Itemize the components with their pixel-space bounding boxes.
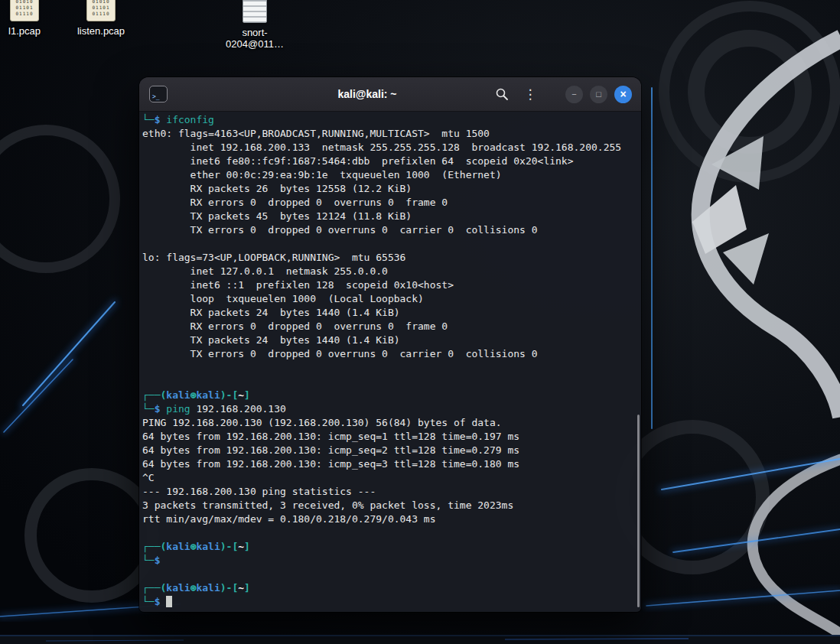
terminal-line [142, 361, 638, 375]
terminal-line: inet 127.0.0.1 netmask 255.0.0.0 [142, 265, 638, 278]
terminal-line: rtt min/avg/max/mdev = 0.180/0.218/0.279… [142, 512, 638, 526]
terminal-line: TX packets 24 bytes 1440 (1.4 KiB) [142, 333, 638, 347]
titlebar-actions: ⋮ − □ × [491, 83, 641, 105]
search-button[interactable] [491, 83, 513, 105]
desktop-icon-snort-log[interactable]: snort-0204@011… [220, 0, 289, 50]
terminal-line: RX packets 24 bytes 1440 (1.4 KiB) [142, 306, 638, 320]
terminal-line: lo: flags=73<UP,LOOPBACK,RUNNING> mtu 65… [142, 251, 638, 265]
terminal-line: ^C [142, 471, 638, 485]
terminal-line: 64 bytes from 192.168.200.130: icmp_seq=… [142, 444, 638, 457]
terminal-line [142, 526, 638, 540]
maximize-icon: □ [596, 90, 601, 99]
terminal-line: └─$ ifconfig [142, 113, 638, 127]
terminal-line: --- 192.168.200.130 ping statistics --- [142, 485, 638, 499]
terminal-line: ┌──(kali⊛kali)-[~] [142, 389, 638, 402]
desktop-icon-l1-pcap[interactable]: 01010 01101 01110 l1.pcap [0, 0, 49, 37]
terminal-line: loop txqueuelen 1000 (Local Loopback) [142, 292, 638, 306]
terminal-line [142, 568, 638, 581]
terminal-prompt-glyph: >_ [152, 94, 160, 100]
pcap-file-icon: 01010 01101 01110 [10, 0, 39, 21]
terminal-line [142, 375, 638, 389]
pcap-file-icon: 01010 01101 01110 [86, 0, 116, 21]
maximize-button[interactable]: □ [590, 86, 607, 103]
terminal-line: RX errors 0 dropped 0 overruns 0 frame 0 [142, 196, 638, 210]
terminal-line: 64 bytes from 192.168.200.130: icmp_seq=… [142, 457, 638, 471]
terminal-output[interactable]: └─$ ifconfigeth0: flags=4163<UP,BROADCAS… [139, 112, 641, 609]
terminal-line: TX errors 0 dropped 0 overruns 0 carrier… [142, 347, 638, 361]
terminal-line: ether 00:0c:29:ea:9b:1e txqueuelen 1000 … [142, 168, 638, 182]
terminal-line: TX packets 45 bytes 12124 (11.8 KiB) [142, 210, 638, 223]
pcap-preview-text: 01010 01101 01110 [92, 0, 109, 17]
terminal-line: └─$ [142, 595, 638, 609]
terminal-tab-icon[interactable]: >_ [149, 86, 168, 102]
terminal-window: >_ kali@kali: ~ ⋮ − □ × └─ [139, 77, 641, 612]
minimize-icon: − [571, 90, 576, 99]
window-title: kali@kali: ~ [231, 88, 503, 100]
minimize-button[interactable]: − [565, 86, 583, 103]
desktop-icon-listen-pcap[interactable]: 01010 01101 01110 listen.pcap [77, 0, 125, 37]
close-button[interactable]: × [614, 86, 632, 103]
terminal-line: RX errors 0 dropped 0 overruns 0 frame 0 [142, 320, 638, 333]
terminal-line: inet6 fe80::fc9f:1687:5464:dbb prefixlen… [142, 154, 638, 168]
terminal-line: PING 192.168.200.130 (192.168.200.130) 5… [142, 416, 638, 430]
desktop-icon-label: l1.pcap [8, 25, 41, 37]
terminal-line: eth0: flags=4163<UP,BROADCAST,RUNNING,MU… [142, 127, 638, 141]
pcap-preview-text: 01010 01101 01110 [15, 0, 33, 17]
terminal-line: 64 bytes from 192.168.200.130: icmp_seq=… [142, 430, 638, 444]
terminal-line: TX errors 0 dropped 0 overruns 0 carrier… [142, 223, 638, 237]
terminal-line: 3 packets transmitted, 3 received, 0% pa… [142, 499, 638, 512]
terminal-line: inet 192.168.200.133 netmask 255.255.255… [142, 141, 638, 154]
desktop-icon-label: snort-0204@011… [221, 27, 288, 50]
terminal-line: └─$ ping 192.168.200.130 [142, 402, 638, 416]
kebab-icon: ⋮ [524, 88, 537, 101]
terminal-line: ┌──(kali⊛kali)-[~] [142, 581, 638, 595]
desktop-icon-label: listen.pcap [77, 25, 125, 37]
terminal-line [142, 237, 638, 251]
terminal-line: inet6 ::1 prefixlen 128 scopeid 0x10<hos… [142, 278, 638, 292]
terminal-line: └─$ [142, 554, 638, 568]
menu-button[interactable]: ⋮ [519, 83, 541, 105]
scrollbar-thumb[interactable] [637, 415, 640, 607]
terminal-line: RX packets 26 bytes 12558 (12.2 KiB) [142, 182, 638, 196]
search-icon [495, 87, 509, 101]
terminal-line: ┌──(kali⊛kali)-[~] [142, 540, 638, 554]
close-icon: × [620, 90, 626, 99]
document-file-icon [243, 0, 267, 23]
titlebar[interactable]: >_ kali@kali: ~ ⋮ − □ × [139, 77, 641, 112]
